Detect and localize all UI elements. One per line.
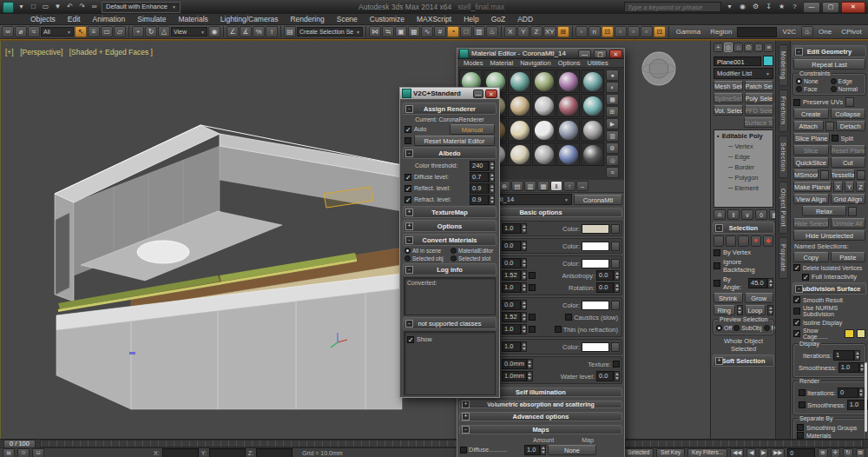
me-menu-material[interactable]: Material	[487, 59, 517, 67]
sample-tiling-icon[interactable]: ⊞	[606, 106, 619, 117]
hide-unselected-button[interactable]: Hide Unselected	[793, 230, 865, 241]
relax-button[interactable]: Relax	[802, 206, 846, 216]
button-msmooth[interactable]: MSmooth	[793, 169, 819, 180]
spinner-arrows[interactable]	[614, 371, 620, 381]
material-slot[interactable]	[508, 94, 531, 117]
rollout-toggle-icon[interactable]: -	[795, 48, 803, 56]
select-object-icon[interactable]: ↖	[75, 26, 87, 37]
use-pivot-center-icon[interactable]: ◉	[208, 26, 220, 37]
state-set-icon-5[interactable]: ▫	[628, 26, 640, 37]
level-spinner[interactable]: 0.0	[502, 300, 527, 310]
albedo-checkbox[interactable]: ✓	[404, 185, 411, 192]
menu-simulate[interactable]: Simulate	[131, 15, 172, 23]
stack-subobject-vertex[interactable]: ─ Vertex	[714, 141, 773, 151]
display-tab[interactable]: □	[754, 43, 764, 52]
level-spinner[interactable]: 1.0	[502, 341, 527, 352]
select-by-material-icon[interactable]: ◎	[606, 155, 619, 166]
convert-target-materialeditor[interactable]: MaterialEditor	[450, 248, 495, 254]
albedo-checkbox[interactable]: ✓	[404, 196, 411, 203]
settings-box-button[interactable]	[820, 170, 829, 180]
color-swatch[interactable]	[582, 259, 609, 268]
show-end-result-icon[interactable]: ‖	[550, 181, 562, 191]
button-slice[interactable]: Slice	[793, 145, 829, 156]
button-detach[interactable]: Detach	[836, 121, 866, 131]
time-slider[interactable]: 0 / 100	[3, 440, 36, 448]
rollout-maps[interactable]: - Maps	[459, 425, 622, 434]
render-production-icon[interactable]: ♨	[486, 26, 498, 37]
constraint-none-radio[interactable]: None	[796, 78, 829, 84]
split-checkbox[interactable]	[832, 135, 838, 142]
show-end-result-icon[interactable]: ‖	[727, 209, 740, 220]
radio-button[interactable]	[716, 325, 722, 331]
unhide-all-button[interactable]: Unhide All	[831, 218, 866, 228]
constraint-face-radio[interactable]: Face	[796, 86, 829, 92]
smoothing-groups-checkbox[interactable]	[797, 424, 804, 431]
spinner-arrows[interactable]	[521, 241, 527, 251]
spinner-arrows[interactable]	[614, 282, 620, 293]
axis-z-button[interactable]: Z	[530, 26, 542, 37]
spinner-arrows[interactable]	[614, 270, 620, 281]
stack-item-editable-poly[interactable]: ▪Editable Poly	[714, 131, 773, 141]
ribbon-tab-object-paint[interactable]: Object Paint	[779, 182, 788, 234]
select-and-rotate-icon[interactable]: ↻	[145, 26, 157, 37]
edit-named-selections-icon[interactable]: ▤	[284, 26, 296, 37]
select-and-link-icon[interactable]: ∞	[2, 26, 14, 37]
isoline-display-checkbox[interactable]: ✓	[793, 319, 800, 326]
material-map-navigator-icon[interactable]: ≡	[606, 167, 619, 178]
menu-rendering[interactable]: Rendering	[284, 15, 330, 23]
stack-subobject-polygon[interactable]: ─ Polygon	[714, 172, 773, 182]
material-slot[interactable]	[532, 142, 556, 166]
maxscript-listener-icon[interactable]: ▤	[3, 448, 15, 457]
hide-selected-button[interactable]: Hide Selected	[793, 218, 829, 228]
map-shortcut-button[interactable]	[611, 224, 620, 234]
albedo-spinner[interactable]: 0.9	[470, 183, 495, 194]
button-reset-plane[interactable]: Reset Plane	[831, 145, 866, 156]
radio-button[interactable]	[450, 248, 457, 254]
convert-target-selected-obj[interactable]: Selected obj	[404, 255, 449, 262]
sample-type-icon[interactable]: ●	[606, 70, 619, 81]
material-slot[interactable]	[532, 94, 556, 117]
convert-target-selected-slot[interactable]: Selected slot	[450, 255, 495, 262]
previous-frame-icon[interactable]: ◀	[746, 448, 756, 457]
pan-icon[interactable]: ✛	[831, 448, 840, 457]
level-spinner[interactable]: 1.0	[502, 324, 527, 334]
spinner-arrows[interactable]	[489, 172, 495, 182]
materials-checkbox[interactable]	[797, 432, 804, 439]
rollout-soft-selection[interactable]: +Soft Selection	[713, 354, 774, 367]
reset-checkbox[interactable]	[404, 137, 411, 144]
button-collapse[interactable]: Collapse	[831, 109, 866, 119]
state-set-icon-3[interactable]: ⊡	[602, 26, 614, 37]
iterations-spinner[interactable]: 0	[838, 387, 865, 398]
menu-arrow-icon[interactable]: ▾	[16, 2, 27, 12]
cage-color-swatch[interactable]	[845, 329, 853, 338]
view-align-button[interactable]: View Align	[793, 194, 829, 204]
unlink-selection-icon[interactable]: ø	[15, 26, 27, 37]
create-tab[interactable]: +	[713, 43, 723, 52]
modifier-button-ffd-select[interactable]: FFD Select	[745, 105, 774, 116]
options-icon[interactable]: ⚙	[606, 142, 619, 154]
modifier-button-surface-select[interactable]: Surface Select	[744, 117, 774, 128]
rollout-toggle-icon[interactable]: -	[462, 426, 470, 434]
layer-manager-icon[interactable]: ▣	[395, 26, 407, 37]
rollout-toggle-icon[interactable]: +	[715, 357, 723, 365]
shrink-button[interactable]: Shrink	[713, 293, 743, 303]
spinner-arrows[interactable]	[489, 195, 495, 205]
level-spinner[interactable]: 0.0mm	[502, 359, 533, 369]
me-menu-navigation[interactable]: Navigation	[516, 59, 554, 67]
community-icon[interactable]: ◉	[737, 2, 748, 12]
state-set-icon-7[interactable]: ⊡	[654, 26, 666, 37]
viewport-menu-general[interactable]: [+]	[5, 48, 14, 56]
material-slot[interactable]	[508, 142, 531, 166]
ribbon-tab-modeling[interactable]: Modeling	[779, 44, 788, 86]
ring-button[interactable]: Ring	[713, 305, 735, 315]
gamma-button[interactable]: Gamma	[672, 26, 705, 37]
viewport-menu-pov[interactable]: [Perspective]	[20, 48, 62, 56]
ribbon-tab-populate[interactable]: Populate	[779, 237, 788, 279]
rollout-convert-materials[interactable]: - Convert Materials	[403, 234, 496, 246]
spinner-arrows[interactable]	[521, 282, 527, 293]
redo-icon[interactable]: ↷	[76, 2, 88, 12]
smooth-result-checkbox[interactable]: ✓	[793, 296, 800, 303]
schematic-view-icon[interactable]: #	[434, 26, 446, 37]
preserve-uvs-checkbox[interactable]	[793, 99, 800, 106]
angle-spinner[interactable]: 45.0	[748, 278, 773, 288]
